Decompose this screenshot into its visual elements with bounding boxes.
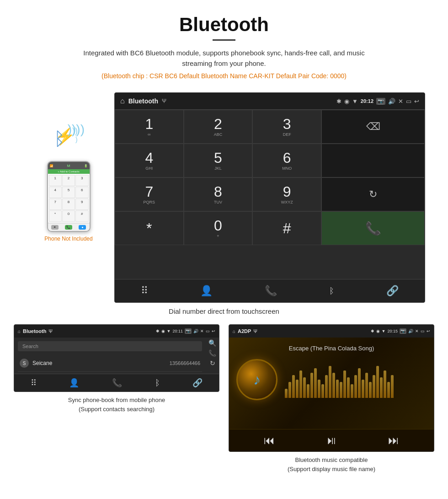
pb-vol-icon[interactable]: 🔊 [193,329,198,333]
reload-icon: ↻ [369,188,377,200]
bottom-toolbar: ⠿ 👤 📞 ᛒ 🔗 [115,279,425,302]
viz-bar [285,389,288,398]
dial-key-4[interactable]: 4 GHI [115,144,184,177]
viz-bar [310,373,313,398]
music-status-bar: ⌂ A2DP Ψ ✱ ◉ ▼ 20:15 📷 🔊 ✕ ▭ ↩ [229,325,434,338]
prev-btn[interactable]: ⏮ [264,434,275,447]
reload-cell[interactable]: ↻ [321,177,425,211]
pb-grid-btn[interactable]: ⠿ [31,378,37,388]
contact-name: Seicane [32,360,170,366]
music-cam-icon[interactable]: 📷 [400,328,406,334]
contact-letter: S [20,359,29,368]
pb-win-icon[interactable]: ▭ [206,329,210,333]
backspace-icon[interactable]: ⌫ [366,121,380,133]
home-icon[interactable]: ⌂ [120,97,125,105]
music-visualizer [285,361,427,398]
link-btn[interactable]: 🔗 [386,285,399,297]
dial-key-9[interactable]: 9 WXYZ [252,177,321,211]
main-content-row: ⚡ )))) ᛒ )) ) 📶 M 🔋 + Add to Contacts 1 … [0,92,448,303]
phone-top-bar: 📶 M 🔋 [48,162,90,169]
dial-key-2[interactable]: 2 ABC [184,110,253,144]
dial-key-3[interactable]: 3 DEF [252,110,321,144]
car-screen-main: ⌂ Bluetooth Ψ ✱ ◉ ▼ 20:12 📷 🔊 ✕ ▭ ↩ 1 ∞ [114,92,425,303]
camera-icon[interactable]: 📷 [376,98,385,105]
search-icon[interactable]: 🔍 [208,339,216,347]
back-icon[interactable]: ↩ [414,98,419,105]
page-description: Integrated with BC6 Bluetooth module, su… [69,48,379,69]
page-header: Bluetooth Integrated with BC6 Bluetooth … [0,0,448,92]
music-sig-icon: ▼ [382,329,386,333]
music-main-area: ♪ [236,359,427,400]
phonebook-search-bar[interactable]: Search [18,341,202,351]
play-pause-btn[interactable]: ⏯ [326,434,337,447]
pb-bottom-bar: ⠿ 👤 📞 ᛒ 🔗 [14,374,219,392]
next-btn[interactable]: ⏭ [388,434,399,447]
bluetooth-btn[interactable]: ᛒ [329,286,334,296]
dial-key-6[interactable]: 6 MNO [252,144,321,177]
pb-x-icon[interactable]: ✕ [200,329,204,333]
viz-bar [329,366,331,398]
svg-text:)): )) [72,126,78,135]
music-caption: Bluetooth music compatible (Support disp… [288,456,375,473]
dial-key-hash[interactable]: # [252,211,321,245]
pb-usb-icon: Ψ [48,329,52,334]
viz-bar [325,375,328,398]
viz-bar [369,382,372,398]
pb-home-icon[interactable]: ⌂ [18,329,21,334]
music-x-icon[interactable]: ✕ [415,329,419,333]
phone-icon[interactable]: 📞 [208,349,216,357]
time-display: 20:12 [361,98,373,104]
bottom-screenshots-row: ⌂ Bluetooth Ψ ✱ ◉ ▼ 20:11 📷 🔊 ✕ ▭ ↩ [0,324,448,473]
page-title: Bluetooth [9,14,439,36]
phone-bottom-bar: ≡ 📞 ● [48,223,90,231]
music-col: ⌂ A2DP Ψ ✱ ◉ ▼ 20:15 📷 🔊 ✕ ▭ ↩ Escape ( [229,324,434,473]
pb-back-icon[interactable]: ↩ [212,329,215,333]
call-button[interactable]: 📞 [321,211,425,245]
viz-bar [362,380,364,398]
dial-key-8[interactable]: 8 TUV [184,177,253,211]
phone-illustration: ⚡ )))) ᛒ )) ) 📶 M 🔋 + Add to Contacts 1 … [23,92,114,242]
refresh-icon[interactable]: ↻ [210,359,215,367]
music-vol-icon[interactable]: 🔊 [408,329,413,333]
phonebook-col: ⌂ Bluetooth Ψ ✱ ◉ ▼ 20:11 📷 🔊 ✕ ▭ ↩ [14,324,219,473]
music-usb-icon: Ψ [253,329,257,334]
pb-bt-btn[interactable]: ᛒ [155,378,160,388]
phonebook-caption: Sync phone-book from mobile phone (Suppo… [68,396,165,413]
volume-icon[interactable]: 🔊 [388,98,395,105]
close-icon[interactable]: ✕ [398,98,403,105]
dial-key-1[interactable]: 1 ∞ [115,110,184,144]
pb-loc-icon: ◉ [161,329,165,333]
music-back-icon[interactable]: ↩ [427,329,430,333]
window-icon[interactable]: ▭ [406,98,411,105]
music-status-right: ✱ ◉ ▼ 20:15 📷 🔊 ✕ ▭ ↩ [371,328,430,334]
phone-screen: + Add to Contacts 1 2 3 4 5 6 7 8 9 * 0 … [48,169,90,223]
music-win-icon[interactable]: ▭ [421,329,425,333]
main-caption: Dial number direct from touchscreen [0,307,448,315]
empty-cell-2 [321,144,425,177]
pb-right-icons: 🔍 📞 ↻ [206,338,219,372]
dial-key-5[interactable]: 5 JKL [184,144,253,177]
viz-bar [391,375,394,398]
pb-cam-icon[interactable]: 📷 [185,328,192,334]
music-bt-symbol: ♪ [253,371,261,388]
bluetooth-specs: (Bluetooth chip : CSR BC6 Default Blueto… [9,72,439,80]
signal-icon: ▼ [352,98,358,105]
pb-contact-btn[interactable]: 👤 [69,378,79,388]
grid-btn[interactable]: ⠿ [141,285,148,297]
pb-sig-icon: ▼ [167,329,171,333]
phone-btn[interactable]: 📞 [265,285,277,297]
dial-key-0[interactable]: 0 + [184,211,253,245]
contacts-btn[interactable]: 👤 [200,285,213,297]
bluetooth-svg: ᛒ )) ) [50,120,87,156]
contact-item[interactable]: S Seicane 13566664466 [18,355,202,372]
screen-title: Bluetooth [128,97,158,105]
dial-key-7[interactable]: 7 PQRS [115,177,184,211]
pb-phone-btn[interactable]: 📞 [112,378,122,388]
viz-bar [307,384,309,398]
music-status-left: ⌂ A2DP Ψ [233,328,257,334]
svg-text:): ) [75,136,78,143]
pb-link-btn[interactable]: 🔗 [192,378,203,388]
phonebook-list: S Seicane 13566664466 [14,355,206,372]
music-home-icon[interactable]: ⌂ [233,329,235,334]
dial-key-star[interactable]: * [115,211,184,245]
